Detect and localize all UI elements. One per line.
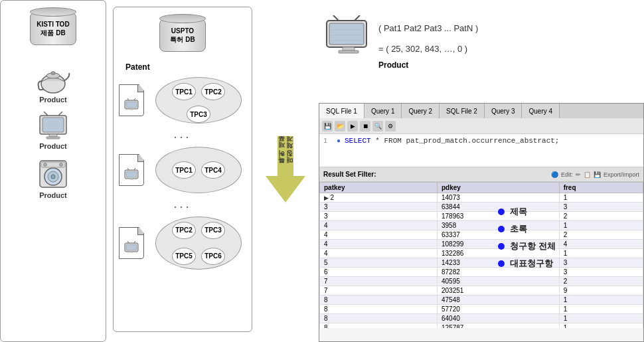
svg-rect-22 bbox=[126, 171, 137, 177]
result-header: Result Set Filter: 🔵 Edit: ✏ 📋 💾 Export/… bbox=[319, 167, 643, 182]
tv-svg-formula bbox=[325, 15, 372, 56]
product-label-1: Product bbox=[39, 96, 67, 104]
cell-14-2: 1 bbox=[559, 323, 643, 329]
tab-query-3[interactable]: Query 3 bbox=[485, 104, 523, 118]
bullet-item-3: 청구항 전체 bbox=[498, 240, 631, 252]
bullet-dot-4 bbox=[498, 260, 505, 267]
toolbar-icon-1[interactable]: 💾 bbox=[322, 121, 333, 131]
bullet-item-1: 제목 bbox=[498, 206, 631, 218]
bullet-text-3: 청구항 전체 bbox=[510, 240, 556, 252]
patent-doc-3 bbox=[119, 227, 144, 259]
tpc-badge-1-3: TPC3 bbox=[187, 106, 210, 123]
table-header-row: patkey pdkey freq bbox=[320, 183, 643, 193]
tab-query-2[interactable]: Query 2 bbox=[402, 104, 440, 118]
product-label-3: Product bbox=[39, 191, 67, 199]
svg-rect-25 bbox=[130, 179, 133, 180]
bullet-dot-1 bbox=[498, 209, 505, 215]
svg-rect-39 bbox=[339, 50, 359, 53]
tab-query-1[interactable]: Query 1 bbox=[364, 104, 402, 118]
tab-query-4[interactable]: Query 4 bbox=[522, 104, 560, 118]
cell-0-1: 14073 bbox=[437, 193, 559, 203]
tpc-badge-1-1: TPC1 bbox=[172, 83, 196, 100]
formula-product-label: Product bbox=[378, 60, 478, 70]
cell-0-0: ▶ 2 bbox=[320, 193, 438, 203]
table-row: 7405952 bbox=[320, 277, 643, 286]
cell-13-1: 64040 bbox=[437, 314, 559, 323]
tpc-badge-3-2: TPC3 bbox=[201, 222, 225, 239]
arrow-label: 특허-제품매칭 체계 bbox=[278, 139, 293, 168]
svg-rect-17 bbox=[126, 102, 137, 108]
bullet-item-4: 대표청구항 bbox=[498, 258, 631, 270]
patent-tv-icon-3 bbox=[124, 241, 139, 254]
cell-10-0: 7 bbox=[320, 286, 438, 296]
edit-icon-1[interactable]: ✏ bbox=[576, 171, 581, 178]
formula-area: ( Pat1 Pat2 Pat3 ... PatN ) = ( 25, 302,… bbox=[319, 3, 644, 103]
patent-label: Patent bbox=[125, 62, 246, 72]
cell-12-1: 57720 bbox=[437, 305, 559, 314]
patent-group-3: TPC2 TPC3 TPC5 TPC6 bbox=[119, 216, 246, 270]
cell-2-0: 3 bbox=[320, 212, 438, 221]
col-header-patkey: patkey bbox=[320, 183, 438, 193]
formula-row2: = ( 25, 302, 843, …, 0 ) bbox=[378, 37, 478, 58]
uspto-db: USPTO특허 DB bbox=[159, 14, 206, 52]
cell-11-0: 8 bbox=[320, 296, 438, 305]
tpc-group-2: TPC1 TPC4 bbox=[155, 147, 242, 193]
execution-marker: ● bbox=[337, 137, 341, 145]
svg-line-36 bbox=[333, 15, 339, 21]
product-kettle: Product bbox=[36, 62, 70, 104]
edit-text: Edit: bbox=[561, 171, 573, 178]
toolbar-icon-2[interactable]: 📂 bbox=[335, 121, 345, 131]
export-label: Export/Import bbox=[604, 171, 639, 178]
cell-6-0: 4 bbox=[320, 249, 438, 258]
cell-9-2: 2 bbox=[559, 277, 643, 286]
edit-icon-2[interactable]: 📋 bbox=[584, 171, 591, 178]
toolbar-icon-5[interactable]: 🔍 bbox=[372, 121, 383, 131]
cell-3-0: 4 bbox=[320, 221, 438, 230]
cell-12-2: 1 bbox=[559, 305, 643, 314]
kisti-db: KISTI TOD제품 DB bbox=[30, 7, 76, 45]
kettle-icon bbox=[36, 62, 70, 94]
tpc-badge-2-2: TPC4 bbox=[201, 161, 225, 179]
svg-rect-38 bbox=[343, 47, 355, 50]
sql-code: SELECT * FROM pat_prod_match.occurrence_… bbox=[345, 137, 559, 145]
cell-14-1: 125787 bbox=[437, 323, 559, 329]
sql-code-area[interactable]: 1 ● SELECT * FROM pat_prod_match.occurre… bbox=[319, 134, 643, 167]
product-label-2: Product bbox=[39, 142, 67, 150]
arrow-panel: 특허-제품매칭 체계 bbox=[262, 133, 309, 206]
cell-11-2: 1 bbox=[559, 296, 643, 305]
result-set-title: Result Set Filter: bbox=[323, 171, 376, 178]
tpc-ellipse-1: TPC1 TPC2 TPC3 bbox=[151, 77, 246, 124]
patent-group-1: TPC1 TPC2 TPC3 bbox=[119, 77, 246, 124]
svg-line-37 bbox=[355, 15, 360, 21]
cell-11-1: 47548 bbox=[437, 296, 559, 305]
bullet-text-2: 초록 bbox=[510, 223, 527, 235]
cell-1-0: 3 bbox=[320, 203, 438, 212]
toolbar-icon-4[interactable]: ⏹ bbox=[360, 121, 370, 131]
cylinder-top-2 bbox=[159, 14, 206, 23]
cell-7-0: 5 bbox=[320, 258, 438, 268]
tpc-group-1: TPC1 TPC2 TPC3 bbox=[155, 77, 242, 124]
toolbar-icon-3[interactable]: ▶ bbox=[347, 121, 358, 131]
db2-label: USPTO특허 DB bbox=[170, 27, 195, 44]
col-header-pdkey: pdkey bbox=[437, 183, 559, 193]
patent-group-2: TPC1 TPC4 bbox=[119, 147, 246, 193]
arrow-shape: 특허-제품매칭 체계 bbox=[266, 136, 305, 203]
right-panel: ( Pat1 Pat2 Pat3 ... PatN ) = ( 25, 302,… bbox=[319, 0, 644, 342]
cell-8-0: 6 bbox=[320, 268, 438, 277]
tab-sql-file-1[interactable]: SQL File 1 bbox=[319, 104, 364, 118]
edit-icon-3[interactable]: 💾 bbox=[594, 171, 601, 178]
cell-13-2: 1 bbox=[559, 314, 643, 323]
tpc-badge-3-4: TPC6 bbox=[201, 248, 225, 265]
svg-point-15 bbox=[60, 163, 63, 167]
svg-rect-32 bbox=[329, 23, 364, 44]
sql-tabs: SQL File 1 Query 1 Query 2 SQL File 2 Qu… bbox=[319, 104, 643, 118]
table-row: 8577201 bbox=[320, 305, 643, 314]
svg-rect-27 bbox=[126, 244, 137, 250]
tab-sql-file-2[interactable]: SQL File 2 bbox=[440, 104, 485, 118]
toolbar-icon-6[interactable]: ⚙ bbox=[385, 121, 396, 131]
bullet-item-2: 초록 bbox=[498, 223, 631, 235]
svg-point-12 bbox=[51, 175, 55, 179]
cylinder-top bbox=[30, 7, 76, 17]
table-row: 8475481 bbox=[320, 296, 643, 305]
cell-12-0: 8 bbox=[320, 305, 438, 314]
